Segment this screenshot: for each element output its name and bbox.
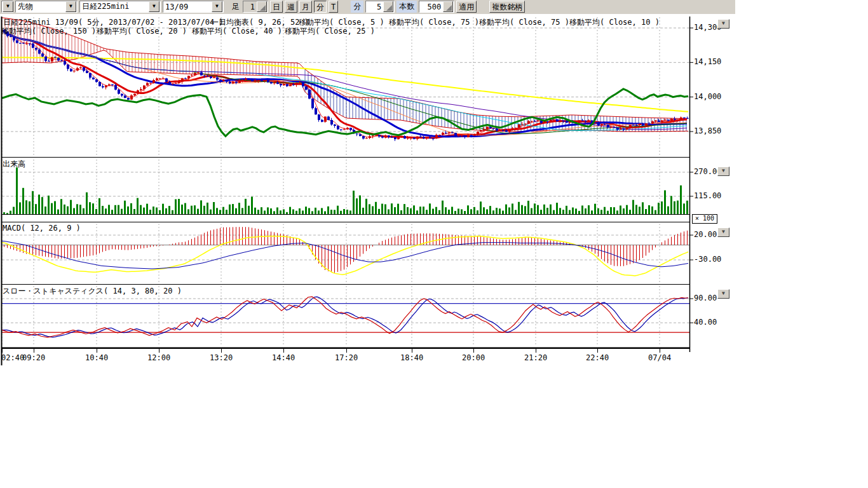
count-label: 本数	[397, 1, 417, 13]
apply-button[interactable]: 適用	[456, 1, 477, 13]
time-axis-label: 07/04	[648, 353, 671, 362]
macd-panel-label: MACD( 12, 26, 9 )	[3, 224, 81, 233]
gridlines	[2, 17, 689, 346]
legend-item: 移動平均( Close, 10 )	[569, 17, 660, 28]
panel-menu-button[interactable]: ▼	[717, 227, 729, 237]
period-minute-button[interactable]: 分	[314, 1, 327, 13]
minute-value: 5	[366, 3, 383, 11]
bar-type-label: 足	[231, 1, 241, 12]
macd-axis-label: -30.00	[694, 255, 721, 264]
time-axis-label: 20:00	[462, 353, 485, 362]
chart-frame	[1, 17, 693, 365]
chevron-down-icon: ▼	[65, 1, 76, 12]
time-axis-label: 13:20	[210, 353, 233, 362]
volume-panel-label: 出来高	[3, 159, 25, 170]
stoch-axis-label: 90.00	[694, 294, 717, 302]
stochastics-panel	[2, 297, 689, 337]
period-day-button[interactable]: 日	[270, 1, 283, 13]
stochastics-panel-label: スロー・ストキャスティクス( 14, 3, 80, 20 )	[3, 286, 182, 297]
price-axis-label: 13,850	[694, 126, 721, 135]
chart-canvas[interactable]	[0, 0, 729, 369]
spin-icon[interactable]	[257, 1, 267, 12]
price-axis-label: 14,150	[694, 57, 721, 66]
spin-icon[interactable]	[443, 1, 453, 12]
panel-menu-button[interactable]: ▼	[717, 19, 729, 29]
count-spinner[interactable]: 500	[419, 1, 454, 13]
multi-symbol-button[interactable]: 複数銘柄	[489, 1, 525, 13]
spin-icon[interactable]	[383, 1, 393, 12]
panel-menu-button[interactable]: ▼	[717, 166, 729, 176]
volume-panel	[2, 167, 689, 214]
time-axis-label: 12:00	[147, 353, 170, 362]
legend-item: 移動平均( Close, 75 )	[479, 17, 569, 28]
chevron-down-icon: ▼	[3, 1, 13, 12]
minute-label: 分	[351, 1, 363, 13]
macd-axis-label: 20.00	[694, 230, 717, 239]
bar-interval-value: 1	[243, 3, 256, 11]
instrument-select[interactable]: 日経225mini ▼	[79, 1, 161, 13]
chevron-down-icon: ▼	[722, 168, 725, 173]
instrument-value: 日経225mini	[80, 1, 148, 12]
count-value: 500	[419, 3, 442, 11]
corner-dropdown[interactable]: ▼	[1, 1, 13, 13]
volume-multiplier-badge: × 100	[692, 214, 717, 224]
legend-item: 移動平均( Close, 75 )	[389, 17, 479, 28]
contract-month-select[interactable]: 13/09 ▼	[163, 1, 224, 13]
chevron-down-icon: ▼	[212, 1, 222, 12]
legend-item: 移動平均( Close, 40 )	[192, 26, 282, 37]
time-axis-label: 14:40	[272, 353, 295, 362]
time-axis-label: 09:20	[22, 353, 45, 362]
instrument-type-value: 先物	[16, 1, 65, 12]
chevron-down-icon: ▼	[722, 229, 725, 234]
time-axis-label: 21:20	[524, 353, 547, 362]
time-axis-label: 17:20	[335, 353, 358, 362]
legend-item: 移動平均( Close, 20 )	[97, 26, 187, 37]
instrument-type-select[interactable]: 先物 ▼	[15, 1, 78, 13]
panel-menu-button[interactable]: ▼	[717, 289, 729, 299]
time-axis-label: 22:40	[586, 353, 609, 362]
stoch-axis-label: 40.00	[694, 318, 717, 327]
time-axis-label: 10:40	[85, 353, 108, 362]
chevron-down-icon: ▼	[149, 1, 159, 12]
price-axis-label: 14,000	[694, 92, 721, 101]
period-week-button[interactable]: 週	[285, 1, 297, 13]
period-tick-button[interactable]: T	[329, 1, 338, 13]
legend-item: 移動平均( Close, 150 )	[1, 26, 96, 37]
time-axis-label: 02:40	[1, 353, 24, 362]
time-axis-label: 18:40	[400, 353, 423, 362]
period-month-button[interactable]: 月	[299, 1, 312, 13]
volume-axis-label: 115.00	[694, 191, 721, 200]
minute-spinner[interactable]: 5	[365, 1, 395, 13]
toolbar: ▼ 先物 ▼ 日経225mini ▼ 13/09 ▼ 足 1 日 週 月 分 T…	[0, 0, 735, 14]
chart-application: ▼ 先物 ▼ 日経225mini ▼ 13/09 ▼ 足 1 日 週 月 分 T…	[0, 0, 868, 488]
contract-month-value: 13/09	[163, 3, 211, 11]
macd-panel	[2, 227, 689, 276]
chevron-down-icon: ▼	[722, 290, 725, 296]
bar-interval-spinner[interactable]: 1	[243, 1, 268, 13]
chevron-down-icon: ▼	[722, 20, 725, 26]
legend-item: 移動平均( Close, 25 )	[285, 26, 375, 37]
